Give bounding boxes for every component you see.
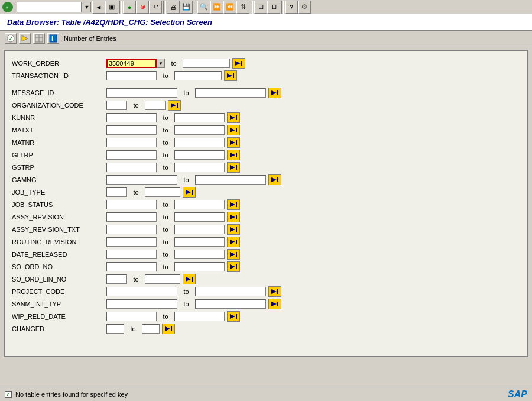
- so-ord-no-to-input[interactable]: [174, 262, 225, 271]
- flag-btn[interactable]: [19, 33, 31, 44]
- message-id-input[interactable]: [106, 88, 177, 98]
- message-id-to-input[interactable]: [195, 88, 266, 98]
- undo-icon[interactable]: ↩: [149, 1, 162, 14]
- overview-icon[interactable]: ▣: [105, 1, 118, 14]
- save-icon[interactable]: 💾: [180, 1, 193, 14]
- matxt-arrow-btn[interactable]: [227, 125, 240, 135]
- expand-icon[interactable]: ⊞: [254, 1, 267, 14]
- action-bar: ✓ i Number of Entries: [0, 31, 532, 46]
- find-prev-icon[interactable]: ⏪: [223, 1, 236, 14]
- print-icon[interactable]: 🖨: [167, 1, 180, 14]
- transaction-id-to-input[interactable]: [174, 71, 222, 80]
- matnr-input[interactable]: [106, 138, 157, 147]
- org-code-arrow-btn[interactable]: [168, 100, 181, 111]
- refresh-icon[interactable]: ●: [123, 1, 136, 14]
- wip-reld-date-input[interactable]: [106, 312, 157, 321]
- svg-rect-17: [177, 103, 178, 108]
- work-order-to-input[interactable]: [183, 59, 230, 68]
- to-label-transaction-id: to: [157, 72, 174, 79]
- routing-revision-arrow-btn[interactable]: [227, 237, 240, 247]
- to-label-routing-revision: to: [157, 238, 174, 245]
- job-type-arrow-btn[interactable]: [183, 187, 196, 198]
- matxt-to-input[interactable]: [174, 125, 225, 135]
- job-status-input[interactable]: [106, 200, 157, 209]
- find-next-icon[interactable]: ⏩: [210, 1, 223, 14]
- back-icon[interactable]: ◄: [92, 1, 105, 14]
- matnr-arrow-btn[interactable]: [227, 137, 240, 148]
- so-ord-lin-no-input[interactable]: [106, 274, 127, 284]
- svg-rect-23: [236, 140, 237, 145]
- job-type-input[interactable]: [106, 187, 127, 197]
- label-transaction-id: TRANSACTION_ID: [12, 72, 106, 79]
- command-input[interactable]: [17, 2, 82, 12]
- work-order-arrow-btn[interactable]: [232, 58, 245, 69]
- project-code-input[interactable]: [106, 287, 177, 296]
- so-ord-lin-no-to-input[interactable]: [145, 274, 180, 284]
- assy-revision-arrow-btn[interactable]: [227, 212, 240, 222]
- collapse-icon[interactable]: ⊟: [267, 1, 280, 14]
- sanm-int-typ-arrow-btn[interactable]: [268, 299, 281, 309]
- kunnr-arrow-btn[interactable]: [227, 112, 240, 123]
- gamng-to-input[interactable]: [195, 175, 266, 185]
- assy-revision-txt-arrow-btn[interactable]: [227, 224, 240, 235]
- wip-reld-date-to-input[interactable]: [174, 312, 225, 321]
- job-type-to-input[interactable]: [145, 187, 180, 197]
- help-icon[interactable]: ?: [285, 1, 298, 14]
- assy-revision-to-input[interactable]: [174, 212, 225, 222]
- assy-revision-txt-to-input[interactable]: [174, 225, 225, 234]
- routing-revision-input[interactable]: [106, 237, 157, 247]
- dropdown-arrow-btn[interactable]: ▼: [83, 2, 91, 12]
- find-icon[interactable]: 🔍: [197, 1, 210, 14]
- matxt-input[interactable]: [106, 125, 157, 135]
- gstrp-to-input[interactable]: [174, 163, 225, 172]
- project-code-arrow-btn[interactable]: [268, 286, 281, 297]
- gltrp-input[interactable]: [106, 150, 157, 160]
- gstrp-input[interactable]: [106, 163, 157, 172]
- svg-text:✓: ✓: [5, 5, 9, 9]
- org-code-input[interactable]: [106, 101, 127, 110]
- so-ord-no-arrow-btn[interactable]: [227, 261, 240, 272]
- svg-marker-42: [230, 264, 235, 269]
- work-order-input[interactable]: [106, 59, 157, 68]
- sort-icon[interactable]: ⇅: [236, 1, 249, 14]
- kunnr-input[interactable]: [106, 113, 157, 122]
- table-icon-btn[interactable]: [33, 33, 45, 44]
- wip-reld-date-arrow-btn[interactable]: [227, 311, 240, 322]
- gstrp-arrow-btn[interactable]: [227, 162, 240, 173]
- routing-revision-to-input[interactable]: [174, 237, 225, 247]
- changed-arrow-btn[interactable]: [162, 324, 175, 334]
- kunnr-to-input[interactable]: [174, 113, 225, 122]
- matnr-to-input[interactable]: [174, 138, 225, 147]
- date-released-input[interactable]: [106, 250, 157, 259]
- svg-marker-16: [171, 103, 176, 108]
- gamng-input[interactable]: [106, 175, 177, 185]
- date-released-to-input[interactable]: [174, 250, 225, 259]
- sanm-int-typ-input[interactable]: [106, 299, 177, 309]
- label-kunnr: KUNNR: [12, 114, 106, 121]
- gltrp-arrow-btn[interactable]: [227, 150, 240, 160]
- assy-revision-input[interactable]: [106, 212, 157, 222]
- info-btn[interactable]: i: [47, 33, 59, 44]
- so-ord-lin-no-arrow-btn[interactable]: [183, 274, 196, 284]
- so-ord-no-input[interactable]: [106, 262, 157, 271]
- job-status-arrow-btn[interactable]: [227, 199, 240, 210]
- changed-to-input[interactable]: [142, 324, 160, 334]
- svg-rect-25: [236, 153, 237, 157]
- gltrp-to-input[interactable]: [174, 150, 225, 160]
- sanm-int-typ-to-input[interactable]: [195, 299, 266, 309]
- transaction-id-arrow-btn[interactable]: [224, 70, 237, 81]
- job-status-to-input[interactable]: [174, 200, 225, 209]
- transaction-id-input[interactable]: [106, 71, 157, 80]
- execute-btn[interactable]: ✓: [5, 33, 17, 44]
- message-id-arrow-btn[interactable]: [268, 88, 281, 98]
- stop-icon[interactable]: ⊗: [136, 1, 149, 14]
- work-order-picker-btn[interactable]: ▼: [157, 59, 165, 68]
- gamng-arrow-btn[interactable]: [268, 174, 281, 185]
- settings-icon[interactable]: ⚙: [298, 1, 311, 14]
- assy-revision-txt-input[interactable]: [106, 225, 157, 234]
- label-so-ord-no: SO_ORD_NO: [12, 263, 106, 270]
- project-code-to-input[interactable]: [195, 287, 266, 296]
- org-code-to-input[interactable]: [145, 101, 166, 110]
- changed-input[interactable]: [106, 324, 124, 334]
- date-released-arrow-btn[interactable]: [227, 249, 240, 260]
